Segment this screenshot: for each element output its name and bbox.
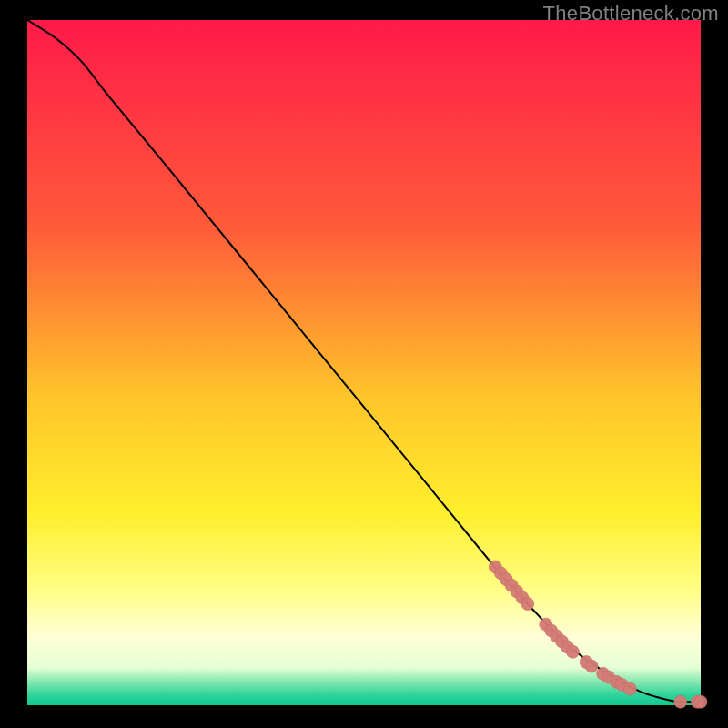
data-marker <box>566 645 579 658</box>
data-marker <box>623 682 636 695</box>
stage: TheBottleneck.com <box>0 0 728 728</box>
watermark-text: TheBottleneck.com <box>543 2 719 25</box>
data-marker <box>585 660 598 672</box>
data-marker <box>521 598 534 611</box>
data-marker <box>674 695 687 708</box>
data-marker <box>694 695 707 708</box>
gradient-background <box>27 20 701 705</box>
chart-svg <box>27 20 701 705</box>
chart-plot <box>27 20 701 705</box>
